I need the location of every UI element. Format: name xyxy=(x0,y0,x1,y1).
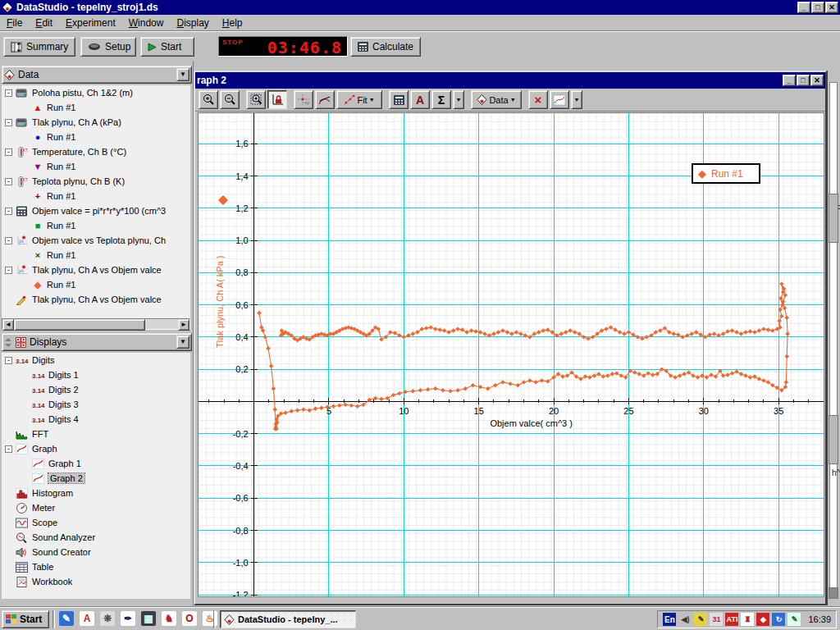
app-titlebar[interactable]: DataStudio - tepelny_stroj1.ds _ □ ✕ xyxy=(0,0,840,15)
slope-tool-button[interactable] xyxy=(315,90,335,109)
close-button[interactable]: ✕ xyxy=(825,2,838,13)
quicklaunch-ink-pen-icon[interactable]: ✒ xyxy=(121,611,135,626)
tray-scheduler-icon[interactable]: 31 xyxy=(710,613,723,626)
minimize-button[interactable]: _ xyxy=(797,2,810,13)
display-subitem[interactable]: 3.14Digits 2 xyxy=(2,382,190,397)
run-item[interactable]: ▲Run #1 xyxy=(2,100,190,115)
tray-en-language-icon[interactable]: En xyxy=(663,613,676,626)
display-item[interactable]: Scope xyxy=(2,515,190,530)
data-item[interactable]: -KTDTeplota plynu, Ch B (K) xyxy=(2,174,190,189)
display-item[interactable]: Workbook xyxy=(2,574,190,589)
smart-tool-button[interactable]: xy xyxy=(294,90,313,109)
fit-menu-button[interactable]: Fit ▼ xyxy=(336,90,382,109)
display-subitem[interactable]: 3.14Digits 3 xyxy=(2,397,190,412)
tree-expand-box[interactable]: - xyxy=(5,445,12,453)
display-subitem[interactable]: 3.14Digits 4 xyxy=(2,412,190,427)
tree-expand-box[interactable]: - xyxy=(5,237,12,244)
quicklaunch-opera-icon[interactable]: O xyxy=(182,611,197,626)
tree-expand-box[interactable]: - xyxy=(5,89,12,97)
calculate-button[interactable]: Calculate xyxy=(350,37,421,57)
data-panel-dropdown-arrow[interactable]: ▼ xyxy=(176,68,189,81)
statistics-dropdown-button[interactable]: ▼ xyxy=(453,90,464,109)
tree-expand-box[interactable]: - xyxy=(5,208,12,215)
zoom-in-button[interactable] xyxy=(199,90,218,109)
tray-sync-icon[interactable]: ↻ xyxy=(772,613,785,626)
menu-window[interactable]: Window xyxy=(122,16,171,30)
delete-button[interactable]: × xyxy=(528,90,548,109)
start-button[interactable]: Start xyxy=(140,37,194,57)
display-subitem[interactable]: Graph 1 xyxy=(2,456,190,471)
data-item[interactable]: Tlak plynu, Ch A vs Objem valce xyxy=(2,292,190,307)
display-item[interactable]: Table xyxy=(2,559,190,574)
graph-settings-dropdown-button[interactable]: ▼ xyxy=(571,90,582,109)
graph-settings-button[interactable] xyxy=(550,90,569,109)
data-item[interactable]: -Tlak plynu, Ch A (kPa) xyxy=(2,115,190,130)
run-item[interactable]: +Run #1 xyxy=(2,189,190,203)
tray-power-icon[interactable]: ◆ xyxy=(756,613,769,626)
summary-button[interactable]: Summary xyxy=(3,37,75,57)
plot-area[interactable]: -1,2-1,0-0,8-0,6-0,4-0,20,20,40,60,81,01… xyxy=(198,112,824,597)
taskbar-clock[interactable]: 16:39 xyxy=(808,614,831,624)
display-item[interactable]: Sound Creator xyxy=(2,545,190,559)
tray-pen-icon[interactable]: ✎ xyxy=(788,613,801,626)
scroll-left-arrow[interactable]: ◄ xyxy=(2,319,14,331)
maximize-button[interactable]: □ xyxy=(811,2,824,13)
legend[interactable]: ◆ Run #1 xyxy=(692,163,760,184)
graph-calculator-button[interactable] xyxy=(389,90,409,109)
display-item[interactable]: -Graph xyxy=(2,441,190,456)
run-item[interactable]: ●Run #1 xyxy=(2,130,190,144)
menu-display[interactable]: Display xyxy=(170,16,215,30)
menu-edit[interactable]: Edit xyxy=(29,16,59,30)
data-tree-hscrollbar[interactable]: ◄ ► xyxy=(2,318,190,330)
data-panel-header[interactable]: Data ▼ xyxy=(2,66,192,84)
scroll-thumb[interactable] xyxy=(14,319,145,331)
scroll-right-arrow[interactable]: ► xyxy=(178,319,189,331)
taskbar-task-datastudio[interactable]: DataStudio - tepelny_... xyxy=(220,610,356,628)
display-item[interactable]: Meter xyxy=(2,500,190,515)
quicklaunch-dragon-icon[interactable]: ♞ xyxy=(162,611,176,626)
text-annotation-button[interactable]: A xyxy=(410,90,430,109)
data-item[interactable]: -Objem valce = pi*r*r*y*100 (cm^3 xyxy=(2,203,190,218)
tray-volume-icon[interactable]: ◀) xyxy=(678,613,692,626)
displays-panel-header[interactable]: Displays ▼ xyxy=(2,333,192,351)
quicklaunch-calculator-icon[interactable]: ▦ xyxy=(141,611,156,626)
tree-expand-box[interactable]: - xyxy=(5,178,12,185)
data-item[interactable]: -KTDTemperature, Ch B (°C) xyxy=(2,144,190,159)
setup-button[interactable]: Setup xyxy=(80,37,136,57)
menu-experiment[interactable]: Experiment xyxy=(59,16,122,30)
graph-window-titlebar[interactable]: raph 2 _ □ ✕ xyxy=(195,72,825,89)
tree-expand-box[interactable]: - xyxy=(5,267,12,274)
quicklaunch-acrobat-icon[interactable]: A xyxy=(80,611,94,626)
data-item[interactable]: -y/xTlak plynu, Ch A vs Objem valce xyxy=(2,262,190,277)
start-menu-button[interactable]: Start xyxy=(2,610,49,628)
quicklaunch-blue-edit-icon[interactable]: ✎ xyxy=(59,611,74,626)
graph-minimize-button[interactable]: _ xyxy=(783,75,796,86)
data-item[interactable]: -y/xObjem valce vs Teplota plynu, Ch xyxy=(2,233,190,248)
statistics-button[interactable]: Σ xyxy=(431,90,451,109)
run-item[interactable]: ■Run #1 xyxy=(2,218,190,233)
data-item[interactable]: -Poloha pistu, Ch 1&2 (m) xyxy=(2,85,190,100)
menu-file[interactable]: File xyxy=(0,16,29,30)
display-subitem[interactable]: Graph 2 xyxy=(2,471,190,486)
scale-to-fit-button[interactable] xyxy=(267,90,287,109)
display-item[interactable]: -3.14Digits xyxy=(2,353,190,368)
run-item[interactable]: ▼Run #1 xyxy=(2,159,190,174)
zoom-out-button[interactable] xyxy=(220,90,240,109)
graph-close-button[interactable]: ✕ xyxy=(810,75,824,86)
display-item[interactable]: Histogram xyxy=(2,486,190,500)
tray-mascot-icon[interactable]: ♜ xyxy=(741,613,754,626)
zoom-select-button[interactable] xyxy=(246,90,266,109)
tray-ati-icon[interactable]: ATI xyxy=(725,613,738,626)
run-item[interactable]: ×Run #1 xyxy=(2,248,190,262)
tray-paint-icon[interactable]: ✎ xyxy=(694,613,707,626)
run-item[interactable]: ◆Run #1 xyxy=(2,277,190,292)
display-item[interactable]: FFT xyxy=(2,427,190,441)
displays-panel-dropdown-arrow[interactable]: ▼ xyxy=(176,336,189,349)
display-item[interactable]: Sound Analyzer xyxy=(2,530,190,545)
tree-expand-box[interactable]: - xyxy=(5,357,12,364)
tree-expand-box[interactable]: - xyxy=(5,148,12,156)
menu-help[interactable]: Help xyxy=(216,16,249,30)
tree-expand-box[interactable]: - xyxy=(5,119,12,126)
data-menu-button[interactable]: Data ▼ xyxy=(471,90,522,109)
display-subitem[interactable]: 3.14Digits 1 xyxy=(2,368,190,382)
